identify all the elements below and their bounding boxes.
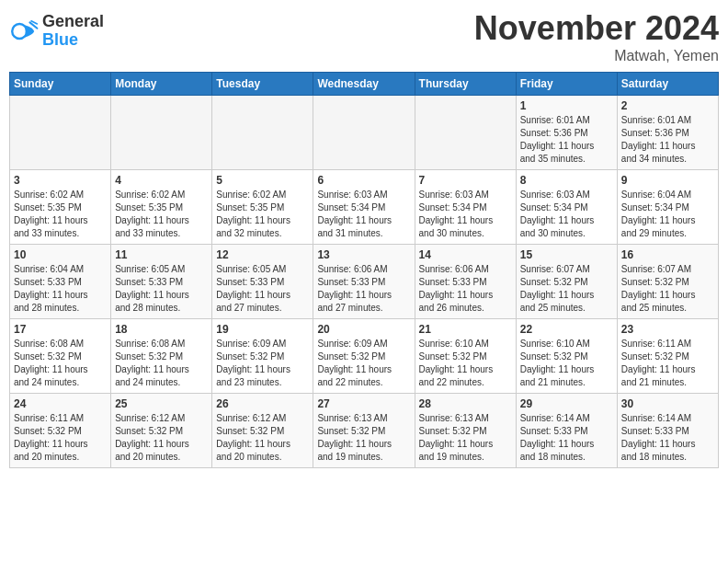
day-number: 16 [621, 248, 714, 261]
day-number: 17 [14, 323, 107, 336]
day-number: 18 [115, 323, 208, 336]
day-number: 19 [216, 323, 309, 336]
month-title: November 2024 [474, 9, 719, 48]
day-number: 7 [419, 174, 512, 187]
day-number: 24 [14, 397, 107, 410]
day-info: Sunrise: 6:09 AM Sunset: 5:32 PM Dayligh… [317, 338, 410, 389]
day-info: Sunrise: 6:04 AM Sunset: 5:34 PM Dayligh… [621, 189, 714, 240]
day-number: 22 [520, 323, 613, 336]
calendar-day-cell: 19Sunrise: 6:09 AM Sunset: 5:32 PM Dayli… [212, 319, 313, 394]
calendar-week-row: 17Sunrise: 6:08 AM Sunset: 5:32 PM Dayli… [10, 319, 719, 394]
weekday-header: Tuesday [212, 73, 313, 96]
day-number: 28 [419, 397, 512, 410]
calendar-day-cell: 17Sunrise: 6:08 AM Sunset: 5:32 PM Dayli… [10, 319, 111, 394]
calendar-day-cell: 3Sunrise: 6:02 AM Sunset: 5:35 PM Daylig… [10, 170, 111, 245]
day-number: 10 [14, 248, 107, 261]
weekday-header: Monday [111, 73, 212, 96]
day-info: Sunrise: 6:03 AM Sunset: 5:34 PM Dayligh… [520, 189, 613, 240]
calendar-day-cell: 24Sunrise: 6:11 AM Sunset: 5:32 PM Dayli… [10, 394, 111, 468]
weekday-header: Friday [516, 73, 617, 96]
day-number: 25 [115, 397, 208, 410]
day-info: Sunrise: 6:03 AM Sunset: 5:34 PM Dayligh… [317, 189, 410, 240]
calendar-week-row: 10Sunrise: 6:04 AM Sunset: 5:33 PM Dayli… [10, 245, 719, 319]
calendar-day-cell [415, 96, 516, 170]
day-info: Sunrise: 6:14 AM Sunset: 5:33 PM Dayligh… [520, 412, 613, 464]
day-info: Sunrise: 6:08 AM Sunset: 5:32 PM Dayligh… [14, 338, 107, 389]
day-number: 27 [317, 397, 410, 410]
svg-point-0 [12, 24, 27, 39]
calendar-day-cell: 14Sunrise: 6:06 AM Sunset: 5:33 PM Dayli… [415, 245, 516, 319]
calendar-week-row: 3Sunrise: 6:02 AM Sunset: 5:35 PM Daylig… [10, 170, 719, 245]
logo-icon [9, 17, 39, 46]
location-subtitle: Matwah, Yemen [474, 48, 719, 64]
calendar-day-cell: 5Sunrise: 6:02 AM Sunset: 5:35 PM Daylig… [212, 170, 313, 245]
day-number: 23 [621, 323, 714, 336]
calendar-header-row: SundayMondayTuesdayWednesdayThursdayFrid… [10, 73, 719, 96]
calendar-day-cell: 8Sunrise: 6:03 AM Sunset: 5:34 PM Daylig… [516, 170, 617, 245]
day-info: Sunrise: 6:06 AM Sunset: 5:33 PM Dayligh… [317, 263, 410, 315]
calendar-day-cell: 7Sunrise: 6:03 AM Sunset: 5:34 PM Daylig… [415, 170, 516, 245]
day-number: 9 [621, 174, 714, 187]
day-number: 11 [115, 248, 208, 261]
day-number: 6 [317, 174, 410, 187]
calendar-day-cell [111, 96, 212, 170]
logo-blue-text: Blue [42, 30, 78, 49]
calendar-day-cell: 21Sunrise: 6:10 AM Sunset: 5:32 PM Dayli… [415, 319, 516, 394]
calendar-day-cell [212, 96, 313, 170]
calendar-week-row: 1Sunrise: 6:01 AM Sunset: 5:36 PM Daylig… [10, 96, 719, 170]
calendar-day-cell: 29Sunrise: 6:14 AM Sunset: 5:33 PM Dayli… [516, 394, 617, 468]
day-info: Sunrise: 6:08 AM Sunset: 5:32 PM Dayligh… [115, 338, 208, 389]
day-number: 29 [520, 397, 613, 410]
day-info: Sunrise: 6:02 AM Sunset: 5:35 PM Dayligh… [14, 189, 107, 240]
day-number: 30 [621, 397, 714, 410]
day-number: 14 [419, 248, 512, 261]
day-number: 3 [14, 174, 107, 187]
calendar-week-row: 24Sunrise: 6:11 AM Sunset: 5:32 PM Dayli… [10, 394, 719, 468]
day-info: Sunrise: 6:13 AM Sunset: 5:32 PM Dayligh… [419, 412, 512, 464]
day-number: 1 [520, 99, 613, 112]
day-info: Sunrise: 6:03 AM Sunset: 5:34 PM Dayligh… [419, 189, 512, 240]
day-number: 13 [317, 248, 410, 261]
calendar-day-cell: 1Sunrise: 6:01 AM Sunset: 5:36 PM Daylig… [516, 96, 617, 170]
calendar-day-cell: 10Sunrise: 6:04 AM Sunset: 5:33 PM Dayli… [10, 245, 111, 319]
calendar-day-cell: 11Sunrise: 6:05 AM Sunset: 5:33 PM Dayli… [111, 245, 212, 319]
weekday-header: Saturday [617, 73, 718, 96]
day-number: 26 [216, 397, 309, 410]
day-number: 20 [317, 323, 410, 336]
weekday-header: Sunday [10, 73, 111, 96]
day-number: 8 [520, 174, 613, 187]
day-number: 5 [216, 174, 309, 187]
day-number: 21 [419, 323, 512, 336]
logo: General Blue [9, 13, 104, 50]
day-info: Sunrise: 6:09 AM Sunset: 5:32 PM Dayligh… [216, 338, 309, 389]
calendar-day-cell: 20Sunrise: 6:09 AM Sunset: 5:32 PM Dayli… [313, 319, 415, 394]
page-header: General Blue November 2024 Matwah, Yemen [9, 9, 719, 64]
day-info: Sunrise: 6:07 AM Sunset: 5:32 PM Dayligh… [520, 263, 613, 315]
weekday-header: Wednesday [313, 73, 415, 96]
logo-text: General Blue [42, 13, 104, 50]
calendar-day-cell [313, 96, 415, 170]
calendar-day-cell: 12Sunrise: 6:05 AM Sunset: 5:33 PM Dayli… [212, 245, 313, 319]
calendar-day-cell: 9Sunrise: 6:04 AM Sunset: 5:34 PM Daylig… [617, 170, 718, 245]
calendar-day-cell: 30Sunrise: 6:14 AM Sunset: 5:33 PM Dayli… [617, 394, 718, 468]
day-info: Sunrise: 6:04 AM Sunset: 5:33 PM Dayligh… [14, 263, 107, 315]
day-info: Sunrise: 6:01 AM Sunset: 5:36 PM Dayligh… [520, 114, 613, 166]
calendar-day-cell: 22Sunrise: 6:10 AM Sunset: 5:32 PM Dayli… [516, 319, 617, 394]
day-info: Sunrise: 6:10 AM Sunset: 5:32 PM Dayligh… [419, 338, 512, 389]
day-info: Sunrise: 6:14 AM Sunset: 5:33 PM Dayligh… [621, 412, 714, 464]
logo-general-text: General [42, 12, 104, 30]
calendar-day-cell: 16Sunrise: 6:07 AM Sunset: 5:32 PM Dayli… [617, 245, 718, 319]
calendar-day-cell: 6Sunrise: 6:03 AM Sunset: 5:34 PM Daylig… [313, 170, 415, 245]
day-info: Sunrise: 6:11 AM Sunset: 5:32 PM Dayligh… [621, 338, 714, 389]
calendar-day-cell: 27Sunrise: 6:13 AM Sunset: 5:32 PM Dayli… [313, 394, 415, 468]
calendar-day-cell: 23Sunrise: 6:11 AM Sunset: 5:32 PM Dayli… [617, 319, 718, 394]
title-block: November 2024 Matwah, Yemen [474, 9, 719, 64]
day-info: Sunrise: 6:13 AM Sunset: 5:32 PM Dayligh… [317, 412, 410, 464]
day-info: Sunrise: 6:11 AM Sunset: 5:32 PM Dayligh… [14, 412, 107, 464]
calendar-day-cell: 18Sunrise: 6:08 AM Sunset: 5:32 PM Dayli… [111, 319, 212, 394]
day-info: Sunrise: 6:05 AM Sunset: 5:33 PM Dayligh… [216, 263, 309, 315]
calendar-table: SundayMondayTuesdayWednesdayThursdayFrid… [9, 72, 719, 468]
day-number: 2 [621, 99, 714, 112]
day-info: Sunrise: 6:02 AM Sunset: 5:35 PM Dayligh… [216, 189, 309, 240]
calendar-day-cell: 4Sunrise: 6:02 AM Sunset: 5:35 PM Daylig… [111, 170, 212, 245]
